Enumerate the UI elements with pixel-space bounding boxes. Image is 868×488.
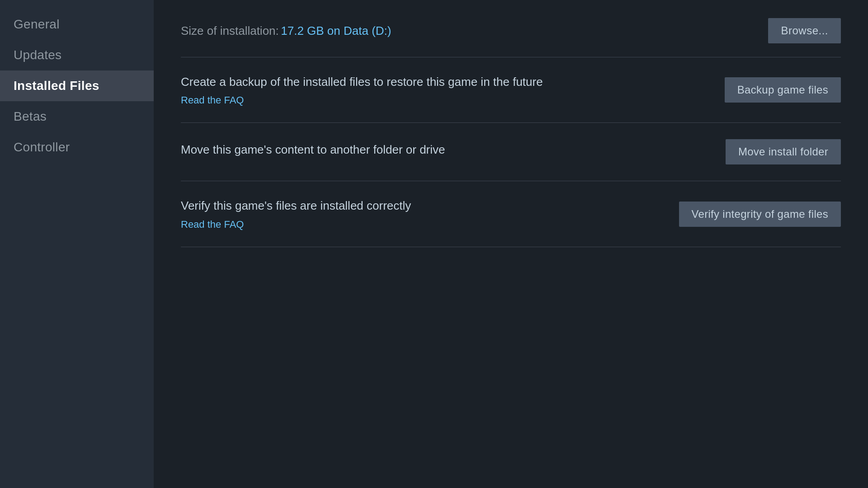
size-info: Size of installation: 17.2 GB on Data (D… [181,24,391,38]
size-value: 17.2 GB on Data (D:) [281,24,391,38]
sidebar-item-installed-files[interactable]: Installed Files [0,70,154,101]
move-section-text: Move this game's content to another fold… [181,141,726,162]
sidebar: General Updates Installed Files Betas Co… [0,0,154,488]
backup-section-text: Create a backup of the installed files t… [181,74,725,106]
move-section: Move this game's content to another fold… [181,123,841,181]
backup-faq-link[interactable]: Read the FAQ [181,94,244,106]
sidebar-item-betas[interactable]: Betas [0,101,154,132]
sidebar-item-controller[interactable]: Controller [0,132,154,163]
sidebar-item-general[interactable]: General [0,9,154,40]
browse-button[interactable]: Browse... [768,18,841,43]
backup-section-title: Create a backup of the installed files t… [181,74,707,90]
size-row: Size of installation: 17.2 GB on Data (D… [181,18,841,57]
size-label: Size of installation: [181,24,279,38]
verify-section: Verify this game's files are installed c… [181,181,841,247]
backup-game-files-button[interactable]: Backup game files [725,77,841,103]
verify-section-title: Verify this game's files are installed c… [181,197,661,214]
verify-integrity-button[interactable]: Verify integrity of game files [679,202,841,227]
verify-faq-link[interactable]: Read the FAQ [181,219,244,230]
backup-section: Create a backup of the installed files t… [181,57,841,123]
move-section-title: Move this game's content to another fold… [181,141,708,158]
move-install-folder-button[interactable]: Move install folder [726,139,841,164]
verify-section-text: Verify this game's files are installed c… [181,197,679,230]
sidebar-item-updates[interactable]: Updates [0,40,154,70]
main-content: Size of installation: 17.2 GB on Data (D… [154,0,868,488]
